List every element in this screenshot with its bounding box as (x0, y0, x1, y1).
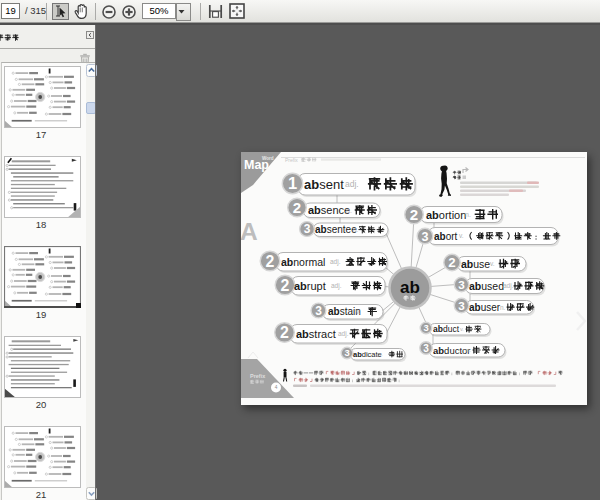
svg-text:abuser: abuser (469, 302, 501, 313)
svg-text:abductor: abductor (433, 345, 471, 356)
svg-text:v.: v. (356, 308, 361, 315)
svg-text:abdicate: abdicate (353, 350, 382, 359)
svg-text:absence: absence (308, 204, 350, 216)
svg-text:1: 1 (288, 174, 297, 192)
svg-text:Prefix: Prefix (250, 373, 266, 379)
svg-text:3: 3 (421, 230, 428, 244)
svg-text:3: 3 (344, 347, 349, 358)
svg-text:n.: n. (353, 226, 359, 233)
svg-text:2: 2 (266, 253, 275, 270)
svg-text:Prefix: Prefix (285, 157, 298, 163)
svg-text:adj.: adj. (331, 282, 342, 290)
svg-text:abuse: abuse (461, 258, 490, 270)
svg-text:3: 3 (458, 299, 465, 312)
svg-text:3: 3 (304, 222, 311, 236)
svg-text:abnormal: abnormal (281, 256, 325, 268)
svg-text:abrupt: abrupt (294, 280, 326, 292)
svg-text:adj.: adj. (503, 282, 514, 290)
svg-text:n.: n. (466, 347, 471, 353)
svg-text:3: 3 (423, 322, 428, 333)
svg-text:3: 3 (458, 278, 465, 291)
svg-text:abstract: abstract (296, 328, 336, 340)
svg-text:adj.: adj. (330, 258, 341, 266)
svg-text:2: 2 (281, 277, 290, 294)
svg-text:absent: absent (304, 177, 344, 192)
svg-text:Map: Map (244, 158, 269, 172)
svg-text:2: 2 (410, 206, 418, 223)
svg-text:v.: v. (459, 232, 464, 239)
svg-text:abort: abort (434, 231, 458, 242)
svg-text:A: A (241, 218, 258, 245)
svg-text:4: 4 (275, 385, 278, 390)
svg-text:adj.: adj. (345, 179, 359, 189)
svg-text:absentee: absentee (315, 224, 357, 235)
svg-text:3: 3 (423, 343, 429, 354)
svg-text:abduct: abduct (433, 324, 460, 334)
svg-text:n.: n. (500, 304, 506, 311)
svg-text:n.: n. (465, 211, 471, 218)
svg-text:abortion: abortion (426, 209, 466, 221)
svg-text:2: 2 (280, 324, 289, 341)
svg-text:n.: n. (346, 207, 352, 214)
svg-text:3: 3 (315, 304, 322, 318)
svg-text:v.: v. (460, 326, 464, 332)
svg-text:adj.: adj. (338, 330, 349, 338)
svg-text:2: 2 (448, 255, 455, 270)
svg-text:ab: ab (400, 278, 420, 297)
svg-text:2: 2 (293, 199, 301, 216)
svg-text:abused: abused (469, 280, 504, 292)
svg-text:v.: v. (490, 260, 495, 267)
svg-text:v.: v. (379, 351, 383, 357)
